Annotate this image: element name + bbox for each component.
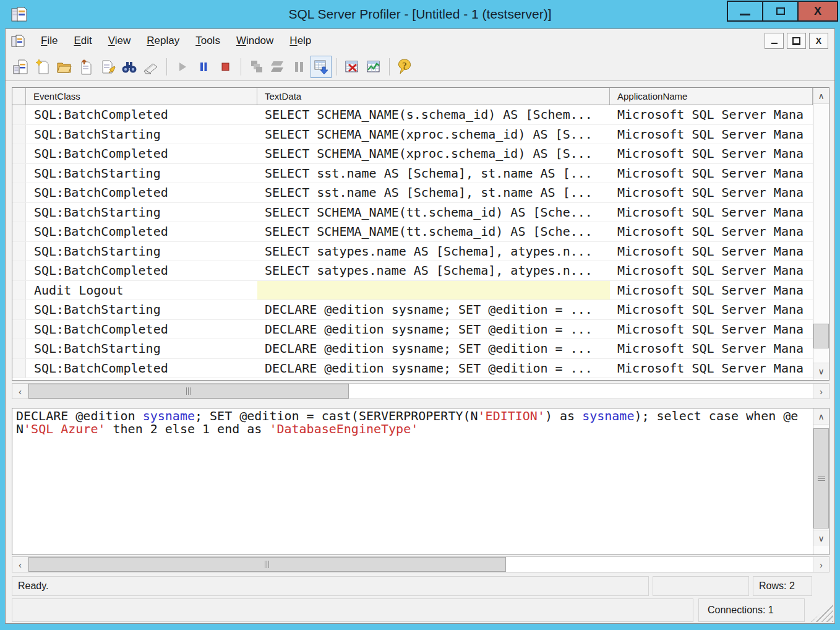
table-row[interactable]: SQL:BatchCompleted DECLARE @edition sysn… bbox=[12, 359, 813, 379]
detail-hscroll-thumb[interactable] bbox=[28, 557, 506, 572]
cell-applicationname: Microsoft SQL Server Mana bbox=[610, 339, 813, 358]
save-document-icon bbox=[78, 59, 94, 75]
table-row[interactable]: SQL:BatchStarting SELECT SCHEMA_NAME(tt.… bbox=[12, 203, 813, 223]
move-window-button[interactable] bbox=[267, 56, 288, 78]
cell-eventclass: Audit Logout bbox=[26, 281, 257, 300]
close-button[interactable]: X bbox=[797, 1, 838, 22]
scroll-right-button[interactable]: › bbox=[813, 557, 829, 572]
open-trace-button[interactable] bbox=[54, 56, 75, 78]
help-button[interactable]: ? bbox=[394, 56, 415, 78]
pause-trace-button[interactable] bbox=[193, 56, 214, 78]
stop-trace-button[interactable] bbox=[215, 56, 236, 78]
grid-vertical-scrollbar[interactable]: ∧ ∨ bbox=[813, 88, 829, 380]
help-icon: ? bbox=[396, 59, 413, 75]
svg-text:?: ? bbox=[402, 60, 407, 70]
mdi-minimize-button[interactable] bbox=[765, 33, 784, 49]
grid-vscroll-thumb[interactable] bbox=[813, 324, 829, 348]
menu-replay[interactable]: Replay bbox=[139, 32, 187, 50]
toolbar-separator bbox=[166, 58, 167, 76]
scroll-left-button[interactable]: ‹ bbox=[12, 557, 28, 572]
detail-horizontal-scrollbar[interactable]: ‹ › bbox=[12, 556, 829, 572]
find-button[interactable] bbox=[119, 56, 140, 78]
table-row[interactable]: SQL:BatchStarting DECLARE @edition sysna… bbox=[12, 339, 813, 359]
save-trace-button[interactable] bbox=[75, 56, 96, 78]
cell-eventclass: SQL:BatchCompleted bbox=[26, 320, 257, 339]
cell-textdata: SELECT SCHEMA_NAME(tt.schema_id) AS [Sch… bbox=[257, 203, 610, 222]
status-bar: Ready. Rows: 2 bbox=[12, 576, 829, 596]
row-selector[interactable] bbox=[12, 281, 26, 300]
start-replay-button[interactable] bbox=[171, 56, 192, 78]
scroll-down-button[interactable]: ∨ bbox=[813, 363, 829, 379]
trace-properties-button[interactable] bbox=[97, 56, 118, 78]
table-row[interactable]: SQL:BatchStarting DECLARE @edition sysna… bbox=[12, 300, 813, 320]
row-selector[interactable] bbox=[12, 300, 26, 319]
row-selector[interactable] bbox=[12, 105, 26, 124]
row-selector[interactable] bbox=[12, 261, 26, 280]
row-selector[interactable] bbox=[12, 125, 26, 144]
column-header-eventclass[interactable]: EventClass bbox=[26, 88, 257, 105]
table-row[interactable]: Audit Logout Microsoft SQL Server Mana bbox=[12, 281, 813, 301]
scroll-down-button[interactable]: ∨ bbox=[813, 530, 829, 546]
menu-window[interactable]: Window bbox=[228, 32, 281, 50]
cell-eventclass: SQL:BatchStarting bbox=[26, 203, 257, 222]
menu-tools[interactable]: Tools bbox=[187, 32, 228, 50]
row-selector[interactable] bbox=[12, 222, 26, 241]
chevron-left-icon: ‹ bbox=[19, 559, 22, 570]
minimize-icon bbox=[740, 14, 750, 15]
cell-textdata: DECLARE @edition sysname; SET @edition =… bbox=[257, 359, 610, 378]
table-row[interactable]: SQL:BatchStarting SELECT sst.name AS [Sc… bbox=[12, 164, 813, 184]
delete-grid-button[interactable] bbox=[341, 56, 362, 78]
chart-grid-button[interactable] bbox=[363, 56, 384, 78]
grid-hscroll-thumb[interactable] bbox=[28, 384, 349, 399]
row-selector[interactable] bbox=[12, 144, 26, 163]
row-selector[interactable] bbox=[12, 359, 26, 378]
row-selector[interactable] bbox=[12, 203, 26, 222]
cell-textdata: DECLARE @edition sysname; SET @edition =… bbox=[257, 339, 610, 358]
detail-vertical-scrollbar[interactable]: ∧ ∨ bbox=[813, 408, 829, 554]
cell-eventclass: SQL:BatchCompleted bbox=[26, 183, 257, 202]
scroll-right-button[interactable]: › bbox=[813, 384, 829, 399]
scroll-up-button[interactable]: ∧ bbox=[813, 408, 829, 425]
table-row[interactable]: SQL:BatchCompleted SELECT SCHEMA_NAME(s.… bbox=[12, 105, 813, 125]
new-document-button[interactable] bbox=[32, 56, 53, 78]
row-selector[interactable] bbox=[12, 339, 26, 358]
table-row[interactable]: SQL:BatchCompleted DECLARE @edition sysn… bbox=[12, 320, 813, 340]
detail-vscroll-thumb[interactable] bbox=[813, 428, 829, 529]
menu-edit[interactable]: Edit bbox=[66, 32, 100, 50]
table-row[interactable]: SQL:BatchStarting SELECT SCHEMA_NAME(xpr… bbox=[12, 125, 813, 145]
row-selector-header[interactable] bbox=[12, 88, 26, 105]
scroll-left-button[interactable]: ‹ bbox=[12, 384, 28, 399]
column-header-textdata[interactable]: TextData bbox=[257, 88, 610, 105]
table-row[interactable]: SQL:BatchCompleted SELECT SCHEMA_NAME(tt… bbox=[12, 222, 813, 242]
grid-horizontal-scrollbar[interactable]: ‹ › bbox=[12, 383, 829, 399]
row-selector[interactable] bbox=[12, 183, 26, 202]
maximize-button[interactable] bbox=[762, 1, 799, 22]
clear-trace-button[interactable] bbox=[140, 56, 161, 78]
multi-window-button[interactable] bbox=[246, 56, 267, 78]
cell-textdata: SELECT satypes.name AS [Schema], atypes.… bbox=[257, 261, 610, 280]
row-selector[interactable] bbox=[12, 320, 26, 339]
row-selector[interactable] bbox=[12, 164, 26, 183]
table-row[interactable]: SQL:BatchCompleted SELECT SCHEMA_NAME(xp… bbox=[12, 144, 813, 164]
grid-delete-icon bbox=[344, 59, 360, 75]
column-header-applicationname[interactable]: ApplicationName bbox=[610, 88, 813, 105]
menu-file[interactable]: File bbox=[33, 32, 66, 50]
toolbar-separator bbox=[336, 58, 337, 76]
minimize-button[interactable] bbox=[727, 1, 763, 22]
title-bar: SQL Server Profiler - [Untitled - 1 (tes… bbox=[0, 0, 840, 28]
scroll-up-button[interactable]: ∧ bbox=[813, 88, 829, 104]
pause-columns-button[interactable] bbox=[289, 56, 310, 78]
mdi-restore-button[interactable] bbox=[787, 33, 806, 49]
menu-help[interactable]: Help bbox=[281, 32, 319, 50]
table-row[interactable]: SQL:BatchStarting SELECT satypes.name AS… bbox=[12, 242, 813, 262]
auto-scroll-button[interactable] bbox=[311, 56, 332, 78]
mdi-close-button[interactable]: X bbox=[809, 33, 828, 49]
new-trace-button[interactable] bbox=[11, 56, 32, 78]
row-selector[interactable] bbox=[12, 242, 26, 261]
table-row[interactable]: SQL:BatchCompleted SELECT sst.name AS [S… bbox=[12, 183, 813, 203]
cell-eventclass: SQL:BatchCompleted bbox=[26, 144, 257, 163]
thumb-grip-icon bbox=[186, 387, 191, 395]
toolbar: ? bbox=[6, 53, 834, 81]
table-row[interactable]: SQL:BatchCompleted SELECT satypes.name A… bbox=[12, 261, 813, 281]
menu-view[interactable]: View bbox=[100, 32, 139, 50]
